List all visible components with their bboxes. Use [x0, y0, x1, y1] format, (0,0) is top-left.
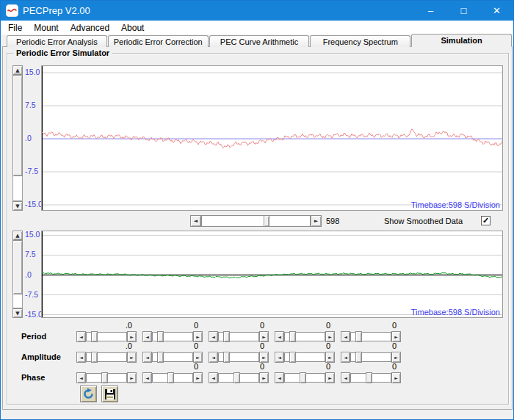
slider-right-arrow-icon[interactable]: ►: [127, 331, 137, 342]
amplitude-slider-1[interactable]: ◄►: [76, 352, 137, 363]
menu-item-about[interactable]: About: [115, 21, 150, 35]
amplitude-slider-5[interactable]: ◄►: [341, 352, 401, 363]
menu-item-advanced[interactable]: Advanced: [65, 21, 115, 35]
slider-right-arrow-icon[interactable]: ►: [259, 372, 269, 383]
y-axis-tick-label: 15.0: [25, 68, 40, 76]
slider-thumb[interactable]: [234, 372, 240, 383]
slider-left-arrow-icon[interactable]: ◄: [275, 372, 284, 383]
scrollbar-thumb[interactable]: [12, 75, 23, 176]
scrollbar-thumb[interactable]: [264, 215, 269, 227]
slider-left-arrow-icon[interactable]: ◄: [76, 352, 86, 363]
chart-plot-area: Timebase:598 S/Division: [41, 231, 503, 318]
slider-left-arrow-icon[interactable]: ◄: [209, 331, 218, 342]
y-axis-tick-label: 7.5: [25, 250, 36, 258]
minimize-button[interactable]: –: [414, 1, 447, 21]
slider-thumb[interactable]: [157, 352, 164, 363]
chart-plot-area: Timebase:598 S/Division: [41, 65, 503, 211]
menu-bar: FileMountAdvancedAbout: [1, 21, 513, 35]
chart-vertical-scrollbar[interactable]: ▲▼: [12, 231, 23, 318]
period-slider-3[interactable]: ◄►: [209, 331, 269, 342]
slider-thumb[interactable]: [91, 352, 98, 363]
period-slider-2[interactable]: ◄►: [142, 331, 203, 342]
slider-left-arrow-icon[interactable]: ◄: [209, 372, 218, 383]
phase-slider-5[interactable]: ◄►: [341, 372, 401, 383]
show-smoothed-data-checkbox[interactable]: ✓: [481, 216, 491, 225]
slider-row-label-period: Period: [21, 332, 46, 341]
period-value-4: 0: [275, 321, 335, 330]
slider-thumb[interactable]: [223, 352, 230, 363]
slider-right-arrow-icon[interactable]: ►: [325, 331, 335, 342]
slider-right-arrow-icon[interactable]: ►: [127, 372, 137, 383]
slider-right-arrow-icon[interactable]: ►: [259, 331, 269, 342]
slider-left-arrow-icon[interactable]: ◄: [142, 331, 152, 342]
period-slider-4[interactable]: ◄►: [275, 331, 335, 342]
amplitude-slider-2[interactable]: ◄►: [142, 352, 203, 363]
scroll-up-arrow-icon[interactable]: ▲: [12, 231, 23, 240]
slider-left-arrow-icon[interactable]: ◄: [76, 372, 86, 383]
maximize-button[interactable]: □: [447, 1, 480, 21]
scrollbar-track[interactable]: [201, 215, 311, 227]
amplitude-slider-3[interactable]: ◄►: [209, 352, 269, 363]
slider-left-arrow-icon[interactable]: ◄: [341, 331, 350, 342]
slider-right-arrow-icon[interactable]: ►: [193, 372, 203, 383]
slider-left-arrow-icon[interactable]: ◄: [341, 372, 350, 383]
tab-periodic-error-correction[interactable]: Periodic Error Correction: [108, 35, 209, 47]
close-button[interactable]: ✕: [480, 1, 513, 21]
slider-right-arrow-icon[interactable]: ►: [391, 372, 401, 383]
phase-slider-4[interactable]: ◄►: [275, 372, 335, 383]
menu-item-mount[interactable]: Mount: [28, 21, 64, 35]
slider-left-arrow-icon[interactable]: ◄: [341, 352, 350, 363]
slider-left-arrow-icon[interactable]: ◄: [275, 352, 284, 363]
phase-slider-2[interactable]: ◄►: [142, 372, 203, 383]
slider-right-arrow-icon[interactable]: ►: [193, 352, 203, 363]
y-axis-tick-label: -15.0: [25, 200, 43, 209]
period-slider-1[interactable]: ◄►: [76, 331, 137, 342]
slider-left-arrow-icon[interactable]: ◄: [76, 331, 86, 342]
refresh-button[interactable]: [80, 385, 97, 402]
scroll-right-arrow-icon[interactable]: ►: [311, 215, 322, 227]
amplitude-value-5: 0: [341, 341, 401, 350]
slider-right-arrow-icon[interactable]: ►: [325, 372, 335, 383]
tab-simulation[interactable]: Simulation: [411, 34, 512, 47]
slider-left-arrow-icon[interactable]: ◄: [209, 352, 218, 363]
slider-thumb[interactable]: [289, 352, 296, 363]
app-icon: [6, 4, 18, 17]
tab-frequency-spectrum[interactable]: Frequency Spectrum: [310, 35, 410, 47]
title-bar: PECPrep V2.00 – □ ✕: [1, 1, 513, 21]
period-slider-5[interactable]: ◄►: [341, 331, 401, 342]
period-value-2: 0: [142, 321, 203, 330]
slider-left-arrow-icon[interactable]: ◄: [275, 331, 284, 342]
slider-right-arrow-icon[interactable]: ►: [127, 352, 137, 363]
slider-thumb[interactable]: [355, 352, 362, 363]
slider-right-arrow-icon[interactable]: ►: [391, 352, 401, 363]
scroll-down-arrow-icon[interactable]: ▼: [12, 308, 23, 318]
slider-thumb[interactable]: [300, 372, 306, 383]
scrollbar-thumb[interactable]: [12, 240, 23, 294]
phase-slider-1[interactable]: ◄►: [76, 372, 137, 383]
slider-thumb[interactable]: [157, 331, 164, 342]
save-button[interactable]: [101, 385, 118, 402]
tab-periodic-error-analysis[interactable]: Periodic Error Analysis: [7, 35, 107, 47]
scroll-down-arrow-icon[interactable]: ▼: [12, 201, 23, 211]
tab-pec-curve-arithmetic[interactable]: PEC Curve Arithmetic: [209, 35, 310, 47]
slider-thumb[interactable]: [366, 372, 372, 383]
slider-thumb[interactable]: [167, 372, 174, 383]
slider-right-arrow-icon[interactable]: ►: [193, 331, 203, 342]
scroll-up-arrow-icon[interactable]: ▲: [12, 65, 23, 75]
slider-right-arrow-icon[interactable]: ►: [325, 352, 335, 363]
slider-right-arrow-icon[interactable]: ►: [259, 352, 269, 363]
slider-left-arrow-icon[interactable]: ◄: [142, 372, 152, 383]
timebase-scrollbar[interactable]: ◄ ►: [190, 215, 322, 227]
menu-item-file[interactable]: File: [2, 21, 28, 35]
phase-slider-3[interactable]: ◄►: [209, 372, 269, 383]
slider-thumb[interactable]: [91, 331, 98, 342]
slider-left-arrow-icon[interactable]: ◄: [142, 352, 152, 363]
scroll-left-arrow-icon[interactable]: ◄: [190, 215, 201, 227]
slider-right-arrow-icon[interactable]: ►: [391, 331, 401, 342]
slider-thumb[interactable]: [223, 331, 230, 342]
slider-thumb[interactable]: [289, 331, 296, 342]
amplitude-slider-4[interactable]: ◄►: [275, 352, 335, 363]
slider-thumb[interactable]: [101, 372, 108, 383]
chart-vertical-scrollbar[interactable]: ▲▼: [12, 65, 23, 211]
slider-thumb[interactable]: [355, 331, 362, 342]
